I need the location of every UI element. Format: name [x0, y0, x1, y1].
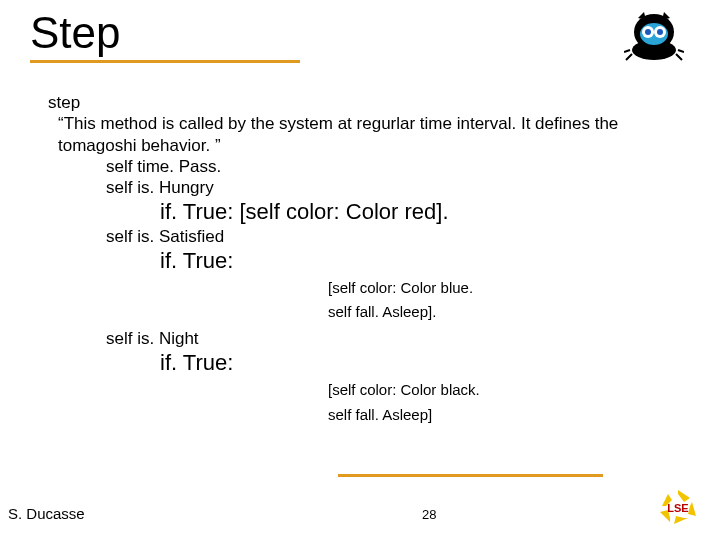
- footer-page-number: 28: [422, 507, 436, 522]
- slide-title: Step: [30, 8, 310, 58]
- creature-mascot-icon: [624, 10, 684, 66]
- code-line: self is. Hungry: [106, 177, 668, 198]
- footer-separator: [338, 474, 603, 477]
- code-block-line: [self color: Color black.: [328, 381, 668, 400]
- code-line: self time. Pass.: [106, 156, 668, 177]
- svg-text:LSE: LSE: [667, 502, 688, 514]
- code-body: step “This method is called by the syste…: [48, 92, 668, 430]
- svg-point-6: [657, 29, 663, 35]
- code-line: if. True:: [160, 349, 668, 377]
- svg-point-5: [645, 29, 651, 35]
- code-line: if. True: [self color: Color red].: [160, 198, 668, 226]
- title-block: Step: [30, 8, 310, 63]
- code-comment: “This method is called by the system at …: [48, 113, 668, 156]
- code-line: self is. Satisfied: [106, 226, 668, 247]
- code-line: step: [48, 92, 668, 113]
- lse-recycle-logo-icon: LSE: [658, 488, 698, 530]
- code-line: self is. Night: [106, 328, 668, 349]
- footer-author: S. Ducasse: [8, 505, 85, 522]
- code-line: if. True:: [160, 247, 668, 275]
- code-block-line: self fall. Asleep]: [328, 406, 668, 425]
- code-block-line: [self color: Color blue.: [328, 279, 668, 298]
- code-block-line: self fall. Asleep].: [328, 303, 668, 322]
- title-underline: [30, 60, 300, 63]
